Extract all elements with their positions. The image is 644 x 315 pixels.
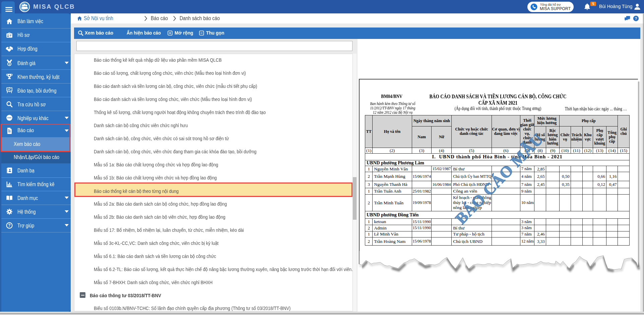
svg-text:?: ? [635,16,637,20]
svg-text:1: 1 [9,62,10,66]
svg-text:?: ? [8,223,10,228]
